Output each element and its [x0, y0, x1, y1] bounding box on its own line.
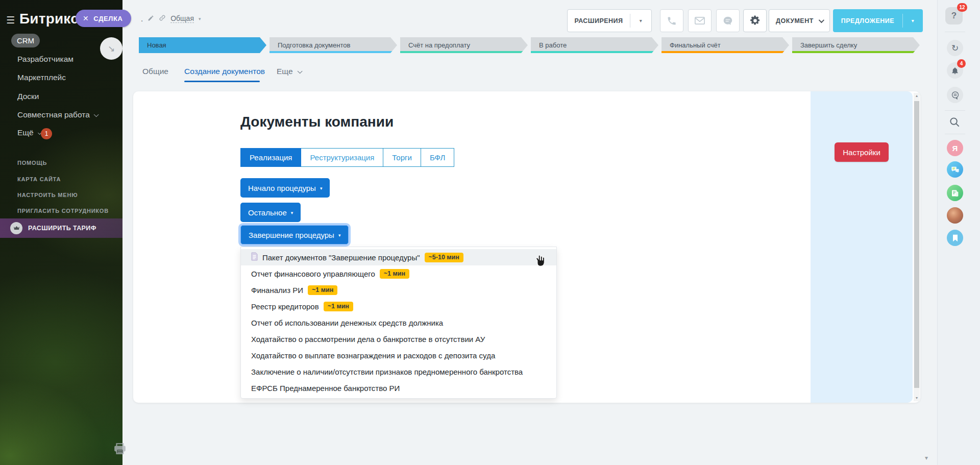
- settings-button[interactable]: Настройки: [835, 142, 889, 162]
- gear-icon[interactable]: [743, 9, 767, 32]
- help-counter-badge: 12: [957, 3, 967, 12]
- bookmark-icon[interactable]: [947, 230, 963, 246]
- sidebar-item-developers[interactable]: Разработчикам: [17, 55, 74, 64]
- chat-button[interactable]: [716, 9, 740, 32]
- deal-title[interactable]: .: [141, 14, 143, 23]
- news-feed-icon[interactable]: [947, 185, 963, 201]
- close-icon[interactable]: ✕: [83, 14, 89, 22]
- sidebar-item-marketplace[interactable]: Маркетплейс: [17, 73, 66, 82]
- card-scrollbar[interactable]: ▴ ▾: [914, 93, 920, 401]
- tab-general[interactable]: Общие: [142, 67, 168, 76]
- right-app-bar: ? 12 ↻ 4 Я: [937, 0, 980, 465]
- other-dropdown[interactable]: Остальное▾: [240, 203, 301, 222]
- tab-bfl[interactable]: БФЛ: [421, 148, 454, 167]
- brand-name: Битрикс: [19, 11, 79, 27]
- call-button[interactable]: [660, 9, 683, 32]
- chevron-down-icon: [819, 17, 824, 22]
- email-button[interactable]: [688, 9, 712, 32]
- tab-auctions[interactable]: Торги: [383, 148, 421, 167]
- document-icon: [251, 252, 258, 262]
- menu-item-motion-payment-deposit[interactable]: Ходатайство о выплате вознаграждения и р…: [241, 347, 556, 363]
- history-icon[interactable]: ↻: [947, 40, 963, 56]
- scroll-up-icon[interactable]: ▴: [914, 93, 920, 98]
- chevron-down-icon: ▾: [199, 16, 201, 21]
- offer-dropdown-caret[interactable]: ▾: [903, 18, 923, 23]
- chevron-down-icon: ▾: [291, 210, 293, 215]
- menu-item-finanaliz-ri[interactable]: Финанализ РИ ~1 мин: [241, 282, 556, 298]
- duration-badge: ~5-10 мин: [425, 253, 463, 262]
- settings-side-panel: [811, 91, 913, 403]
- menu-item-efrsb-deliberate-bankruptcy[interactable]: ЕФРСБ Преднамеренное банкротство РИ: [241, 380, 556, 396]
- edit-pencil-icon[interactable]: [148, 15, 154, 23]
- chat-lines-icon[interactable]: [947, 87, 963, 103]
- left-sidebar: ☰ Битрикс 24 ✕ СДЕЛКА CRM ↘ Разработчика…: [0, 0, 122, 465]
- breadcrumb: . Общая ▾: [141, 14, 201, 23]
- hamburger-menu-icon[interactable]: ☰: [6, 14, 17, 26]
- sidebar-link-sitemap[interactable]: КАРТА САЙТА: [17, 176, 61, 182]
- sidebar-item-crm[interactable]: CRM: [11, 34, 40, 47]
- app-root: ☰ Битрикс 24 ✕ СДЕЛКА CRM ↘ Разработчика…: [0, 0, 980, 465]
- menu-item-fin-manager-report[interactable]: Отчет финансового управляющего ~1 мин: [241, 265, 556, 282]
- deal-entity-pill[interactable]: ✕ СДЕЛКА: [76, 10, 131, 27]
- sidebar-link-invite-employees[interactable]: ПРИГЛАСИТЬ СОТРУДНИКОВ: [17, 208, 109, 214]
- stage-prepay-invoice[interactable]: Счёт на предоплату: [400, 37, 528, 53]
- chevron-down-icon: [297, 68, 302, 74]
- menu-item-funds-usage-report[interactable]: Отчет об использовании денежных средств …: [241, 314, 556, 331]
- sidebar-link-configure-menu[interactable]: НАСТРОИТЬ МЕНЮ: [17, 192, 78, 198]
- extensions-button[interactable]: РАСШИРЕНИЯ ▾: [567, 9, 652, 32]
- printer-icon[interactable]: [113, 442, 127, 457]
- deal-pill-label: СДЕЛКА: [93, 15, 122, 22]
- active-tab-underline: [184, 81, 260, 82]
- menu-item-completion-package[interactable]: Пакет документов "Завершение процедуры" …: [241, 249, 556, 265]
- tab-document-creation[interactable]: Создание документов: [184, 67, 265, 76]
- search-icon[interactable]: [949, 116, 961, 130]
- duration-badge: ~1 мин: [380, 269, 409, 279]
- document-button[interactable]: ДОКУМЕНТ: [769, 9, 830, 32]
- extensions-dropdown-caret[interactable]: ▾: [630, 18, 651, 23]
- page-scroll-down-icon[interactable]: ▾: [925, 454, 928, 461]
- messenger-icon[interactable]: [947, 161, 963, 178]
- link-icon[interactable]: [159, 14, 166, 23]
- menu-item-conclusion-bankruptcy-signs[interactable]: Заключение о наличии/отсутствии признако…: [241, 363, 556, 380]
- procedure-completion-dropdown[interactable]: Завершение процедуры▾: [240, 225, 349, 244]
- menu-item-motion-absence-au[interactable]: Ходатайство о рассмотрении дела о банкро…: [241, 331, 556, 347]
- stage-new[interactable]: Новая: [139, 37, 266, 53]
- page-title: Документы компании: [240, 114, 394, 130]
- crown-icon: [10, 222, 22, 234]
- pipeline-selector[interactable]: Общая: [170, 14, 194, 23]
- profile-avatar[interactable]: Я: [947, 140, 963, 156]
- sidebar-link-help[interactable]: ПОМОЩЬ: [17, 160, 47, 166]
- assistant-avatar[interactable]: [947, 207, 963, 224]
- document-generator-card: Настройки ▴ ▾ Документы компании Реализа…: [133, 91, 920, 403]
- sidebar-collapse-button[interactable]: ↘: [100, 37, 122, 60]
- upgrade-plan-button[interactable]: РАСШИРИТЬ ТАРИФ: [0, 218, 122, 238]
- scroll-down-icon[interactable]: ▾: [914, 396, 920, 400]
- tab-restructuring[interactable]: Реструктуризация: [301, 148, 383, 167]
- scrollbar-thumb[interactable]: [914, 101, 919, 388]
- sidebar-item-collaboration[interactable]: Совместная работа: [17, 110, 97, 119]
- sidebar-item-boards[interactable]: Доски: [17, 92, 39, 101]
- offer-button[interactable]: ПРЕДЛОЖЕНИЕ ▾: [833, 9, 923, 32]
- notifications-counter-badge: 4: [957, 59, 966, 68]
- stage-close-deal[interactable]: Завершить сделку: [792, 37, 920, 53]
- tab-realization[interactable]: Реализация: [240, 148, 301, 167]
- chevron-down-icon: ▾: [320, 186, 323, 191]
- procedure-start-dropdown[interactable]: Начало процедуры▾: [240, 178, 330, 198]
- menu-item-creditors-registry[interactable]: Реестр кредиторов ~1 мин: [241, 298, 556, 314]
- sidebar-item-more[interactable]: Ещё: [17, 128, 40, 137]
- stage-final-invoice[interactable]: Финальный счёт: [662, 37, 789, 53]
- duration-badge: ~1 мин: [308, 285, 337, 295]
- stage-in-progress[interactable]: В работе: [531, 37, 658, 53]
- duration-badge: ~1 мин: [324, 302, 353, 311]
- more-counter-badge: 1: [41, 128, 52, 139]
- stage-docs-preparation[interactable]: Подготовка документов: [270, 37, 397, 53]
- category-tabs: Реализация Реструктуризация Торги БФЛ: [240, 148, 454, 167]
- mouse-cursor-pointer: [533, 254, 549, 269]
- chevron-down-icon: [93, 112, 99, 117]
- chevron-down-icon: ▾: [338, 233, 341, 238]
- tab-more[interactable]: Еще: [277, 67, 301, 76]
- documents-dropdown-menu: Пакет документов "Завершение процедуры" …: [240, 247, 557, 399]
